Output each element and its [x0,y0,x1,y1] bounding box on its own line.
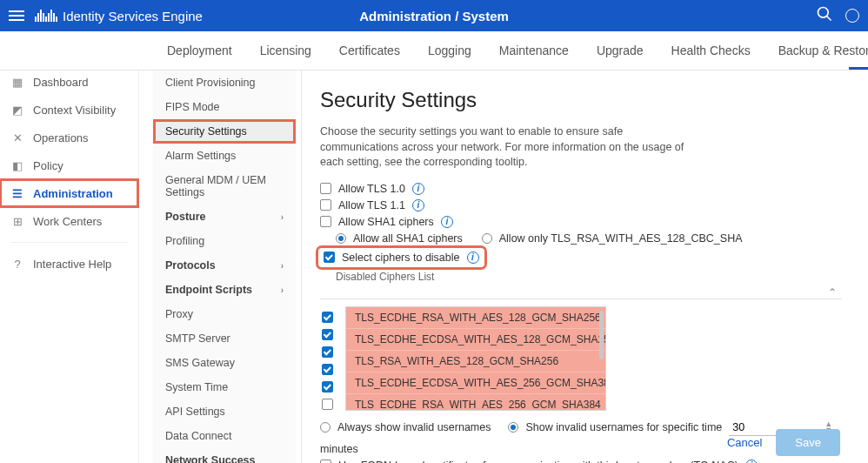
subnav-label: Proxy [165,308,193,320]
subnav-protocols[interactable]: Protocols› [153,253,296,278]
subnav-api-settings[interactable]: API Settings [153,399,296,424]
subnav-label: Security Settings [165,125,247,138]
sha1-only-radio[interactable] [482,233,492,244]
show-invalid-time-radio[interactable] [508,422,518,433]
cipher-option[interactable]: TLS_ECDHE_ECDSA_WITH_AES_128_GCM_SHA256 [346,329,605,351]
subnav-posture[interactable]: Posture› [153,205,296,229]
leftnav-dashboard[interactable]: ▦Dashboard [0,68,138,96]
leftnav-operations[interactable]: ✕Operations [0,124,138,151]
info-icon[interactable] [745,460,758,464]
subnav-general-mdm[interactable]: General MDM / UEM Settings [153,168,296,205]
svg-point-0 [818,8,829,18]
subnav-fips-mode[interactable]: FIPS Mode [153,95,296,119]
always-invalid-radio[interactable] [320,422,331,433]
tab-maintenance[interactable]: Maintenance [485,31,583,70]
subnav-label: Endpoint Scripts [165,284,252,296]
subnav-network-success-diagnostics[interactable]: Network Success Diagnostics› [153,448,296,463]
search-icon[interactable] [816,5,833,26]
subnav-label: SMTP Server [165,332,230,345]
subnav-smtp-server[interactable]: SMTP Server [153,326,296,351]
cipher-option[interactable]: TLS_ECDHE_RSA_WITH_AES_256_GCM_SHA384 [346,394,605,411]
allow-tls11-label: Allow TLS 1.1 [338,199,405,211]
info-icon[interactable] [467,252,479,264]
help-icon: ? [10,257,24,271]
menu-icon[interactable] [9,6,28,25]
subnav-sms-gateway[interactable]: SMS Gateway [153,351,296,375]
leftnav-label: Operations [33,131,89,144]
cipher-select-list[interactable]: TLS_ECDHE_RSA_WITH_AES_128_GCM_SHA256 TL… [345,306,606,411]
subnav-security-settings[interactable]: Security Settings [153,119,296,144]
cipher-row-checkbox[interactable] [322,312,333,323]
leftnav-administration[interactable]: ☰Administration [0,179,138,207]
dashboard-icon: ▦ [10,75,24,89]
tab-deployment[interactable]: Deployment [153,31,246,70]
disabled-ciphers-label: Disabled Ciphers List [336,271,842,283]
chevron-right-icon: › [281,261,284,271]
operations-icon: ✕ [10,131,24,144]
cancel-button[interactable]: Cancel [727,436,762,449]
cipher-row-checkbox[interactable] [322,399,333,410]
allow-sha1-checkbox[interactable] [320,216,331,227]
subnav-client-provisioning[interactable]: Client Provisioning [153,70,296,95]
sha1-all-radio[interactable] [336,233,346,244]
leftnav-context-visibility[interactable]: ◩Context Visibility [0,96,138,124]
tab-logging[interactable]: Logging [414,31,485,70]
always-invalid-label: Always show invalid usernames [337,421,491,433]
cipher-option[interactable]: TLS_ECDHE_RSA_WITH_AES_128_GCM_SHA256 [346,307,605,329]
scrollbar[interactable] [599,311,604,359]
leftnav-work-centers[interactable]: ⊞Work Centers [0,207,138,235]
cipher-row-checkbox[interactable] [322,329,333,340]
allow-sha1-label: Allow SHA1 ciphers [338,216,434,228]
tab-upgrade[interactable]: Upgrade [583,31,658,70]
subnav-proxy[interactable]: Proxy [153,302,296,326]
leftnav-label: Administration [33,187,113,200]
app-title: Identity Services Engine [63,9,203,23]
leftnav-interactive-help[interactable]: ?Interactive Help [0,250,138,278]
subnav-label: Profiling [165,235,204,247]
subnav-label: Protocols [165,259,216,272]
subnav-endpoint-scripts[interactable]: Endpoint Scripts› [153,278,296,302]
subnav-label: Alarm Settings [165,150,236,162]
left-nav: ▯Bookmarks ▦Dashboard ◩Context Visibilit… [0,31,139,463]
topbar-extra-icon[interactable] [845,9,859,23]
cipher-row-checkbox[interactable] [322,381,333,393]
leftnav-policy[interactable]: ◧Policy [0,151,138,179]
leftnav-label: Work Centers [33,215,102,228]
page-description: Choose the security settings you want to… [320,124,694,171]
collapse-icon[interactable]: ⌃ [320,286,842,299]
subnav-label: API Settings [165,406,225,418]
fqdn-checkbox[interactable] [320,460,331,463]
content-area: Security Settings Choose the security se… [306,70,856,463]
info-icon[interactable] [412,199,424,211]
subnav-label: Client Provisioning [165,77,256,89]
tab-certificates[interactable]: Certificates [325,31,414,70]
chevron-right-icon: › [281,285,284,295]
context-icon: ◩ [10,103,24,117]
policy-icon: ◧ [10,158,24,172]
leftnav-label: Interactive Help [33,258,111,271]
subnav-alarm-settings[interactable]: Alarm Settings [153,144,296,168]
select-ciphers-label: Select ciphers to disable [342,252,460,264]
cipher-row-checkbox[interactable] [322,364,333,375]
save-button[interactable]: Save [776,429,840,456]
tab-licensing[interactable]: Licensing [246,31,325,70]
subnav-label: Network Success Diagnostics [165,454,281,463]
select-ciphers-checkbox[interactable] [324,252,335,263]
allow-tls10-checkbox[interactable] [320,183,331,194]
subnav-system-time[interactable]: System Time [153,375,296,399]
info-icon[interactable] [412,183,424,195]
cipher-option[interactable]: TLS_ECDHE_ECDSA_WITH_AES_256_GCM_SHA384 [346,372,605,394]
info-icon[interactable] [441,216,453,228]
fqdn-label: Use FQDN-based certificates for communic… [338,460,738,464]
tab-backup-restore[interactable]: Backup & Restore [765,31,868,70]
page-title: Security Settings [320,88,842,112]
allow-tls10-label: Allow TLS 1.0 [338,183,405,195]
allow-tls11-checkbox[interactable] [320,199,331,211]
sub-nav: Client Provisioning FIPS Mode Security S… [153,70,296,463]
cipher-row-checkbox[interactable] [322,346,333,358]
subnav-data-connect[interactable]: Data Connect [153,424,296,448]
leftnav-label: Context Visibility [33,104,116,117]
cipher-option[interactable]: TLS_RSA_WITH_AES_128_GCM_SHA256 [346,351,605,372]
subnav-profiling[interactable]: Profiling [153,229,296,253]
tab-health-checks[interactable]: Health Checks [658,31,765,70]
